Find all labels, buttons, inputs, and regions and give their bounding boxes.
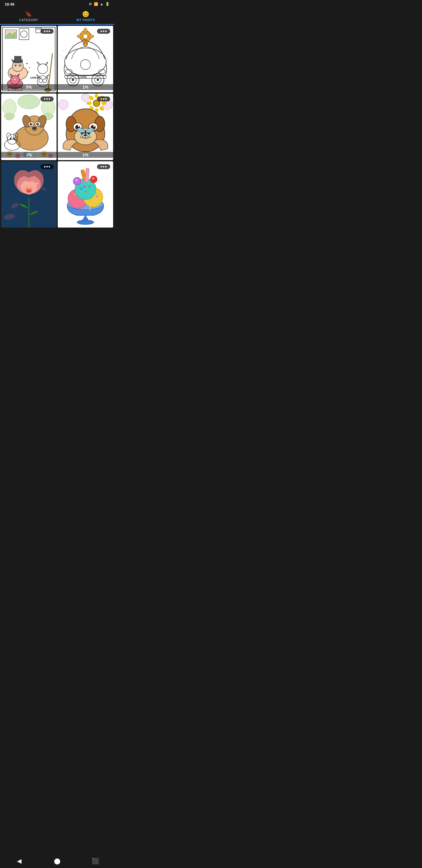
my-paints-icon: 😊 — [82, 10, 89, 18]
svg-point-53 — [83, 42, 88, 46]
svg-point-76 — [13, 137, 15, 139]
progress-percentage-2: 1% — [58, 84, 113, 90]
list-item[interactable]: LOVE — [58, 26, 113, 92]
svg-point-54 — [84, 43, 85, 44]
tab-my-paints[interactable]: 😊 MY PAINTS — [57, 8, 114, 24]
svg-point-42 — [72, 79, 74, 81]
grid-container: ♥ ♥ # OMEGA! 5% — [0, 25, 114, 229]
home-button[interactable]: ⬤ — [51, 855, 63, 867]
more-options-btn-6[interactable] — [97, 164, 110, 169]
svg-point-152 — [92, 178, 94, 180]
svg-point-49 — [84, 28, 87, 34]
svg-point-95 — [81, 94, 89, 102]
svg-point-52 — [88, 35, 94, 38]
svg-point-132 — [77, 220, 94, 224]
category-icon: 🔖 — [25, 10, 32, 18]
list-item[interactable]: 2% — [1, 94, 57, 160]
svg-point-70 — [32, 127, 37, 129]
svg-point-68 — [36, 123, 39, 125]
svg-point-59 — [18, 95, 40, 109]
progress-percentage-4: 1% — [58, 152, 113, 158]
list-item[interactable]: ♥ ♥ # OMEGA! 5% — [1, 26, 57, 92]
list-item[interactable] — [58, 161, 113, 228]
svg-text:LOVE: LOVE — [78, 75, 87, 79]
wifi-icon: ▲ — [100, 2, 103, 6]
status-icons: ⚙ 📶 ▲ 🔋 — [89, 2, 109, 6]
progress-percentage-1: 5% — [1, 84, 57, 90]
svg-point-122 — [85, 130, 87, 134]
more-options-btn-1[interactable] — [40, 29, 54, 34]
svg-point-149 — [73, 177, 81, 185]
progress-percentage-3: 2% — [1, 152, 57, 158]
svg-point-162 — [87, 184, 89, 186]
list-item[interactable]: 1% — [58, 94, 113, 160]
tab-bar: 🔖 CATEGORY 😊 MY PAINTS — [0, 8, 114, 25]
svg-point-114 — [78, 125, 79, 127]
more-options-btn-3[interactable] — [40, 96, 54, 101]
svg-point-13 — [15, 65, 17, 66]
svg-point-48 — [83, 34, 88, 38]
svg-point-163 — [85, 191, 87, 193]
coloring-image-dogs — [1, 94, 57, 160]
svg-point-69 — [38, 123, 39, 124]
bottom-navigation: ◀ ⬤ ⬛ — [0, 854, 114, 868]
svg-text:♥: ♥ — [26, 62, 28, 65]
svg-point-51 — [77, 35, 83, 38]
svg-text:♥: ♥ — [29, 67, 30, 69]
main-content: ♥ ♥ # OMEGA! 5% — [0, 25, 114, 244]
coloring-image-cats: ♥ ♥ # OMEGA! — [1, 26, 57, 92]
svg-point-45 — [97, 79, 99, 81]
svg-text:OMEGA!: OMEGA! — [30, 76, 42, 79]
coloring-image-rose — [1, 161, 57, 228]
battery-icon: 🔋 — [105, 2, 109, 6]
list-item[interactable] — [1, 161, 57, 228]
svg-point-101 — [101, 102, 106, 104]
more-options-btn-4[interactable] — [97, 96, 110, 101]
svg-point-118 — [93, 125, 95, 127]
status-bar: 18:46 ⚙ 📶 ▲ 🔋 — [0, 0, 114, 8]
svg-point-127 — [34, 176, 35, 177]
svg-point-126 — [20, 186, 21, 187]
tab-category-label: CATEGORY — [19, 18, 38, 22]
coloring-image-dog-butterfly — [58, 94, 113, 160]
coloring-image-ice-cream — [58, 161, 113, 228]
coloring-image-car: LOVE — [58, 26, 113, 92]
svg-point-65 — [30, 123, 32, 125]
back-icon: ◀ — [17, 858, 22, 865]
svg-rect-11 — [14, 56, 21, 62]
svg-text:#: # — [28, 70, 29, 73]
status-time: 18:46 — [5, 2, 14, 6]
svg-point-55 — [86, 43, 87, 44]
svg-point-93 — [58, 100, 68, 110]
svg-point-150 — [75, 179, 78, 181]
more-options-btn-5[interactable] — [40, 164, 54, 169]
svg-point-75 — [10, 137, 11, 139]
more-options-btn-2[interactable] — [97, 29, 110, 34]
svg-point-151 — [91, 176, 97, 183]
recent-icon: ⬛ — [92, 858, 99, 865]
svg-point-125 — [36, 182, 38, 184]
home-icon: ⬤ — [54, 858, 60, 865]
tab-category[interactable]: 🔖 CATEGORY — [0, 8, 57, 24]
settings-icon: ⚙ — [89, 2, 92, 6]
svg-point-18 — [13, 78, 17, 81]
svg-point-161 — [83, 186, 86, 188]
tab-my-paints-label: MY PAINTS — [76, 18, 95, 22]
svg-point-15 — [19, 65, 21, 66]
svg-point-66 — [31, 123, 32, 124]
back-button[interactable]: ◀ — [13, 855, 25, 867]
recent-button[interactable]: ⬛ — [89, 855, 101, 867]
svg-point-100 — [87, 102, 91, 104]
antenna-icon: 📶 — [94, 2, 98, 6]
